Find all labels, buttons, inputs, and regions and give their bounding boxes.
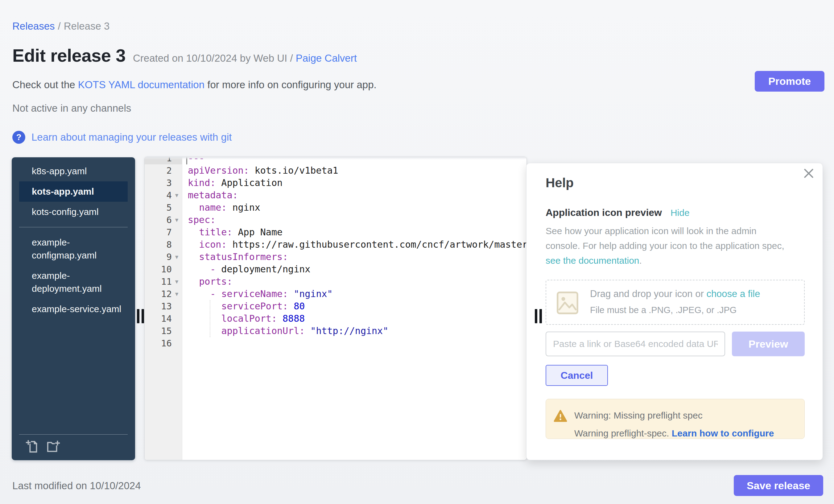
gutter-row: 4▾ [145,189,182,201]
preflight-warning-banner: Warning: Missing preflight spec Warning … [546,399,805,439]
code-line[interactable]: icon: https://raw.githubusercontent.com/… [182,238,526,251]
fold-toggle-icon[interactable]: ▾ [172,216,182,224]
panel-resize-handle-left[interactable] [137,309,144,323]
code-line[interactable]: apiVersion: kots.io/v1beta1 [182,165,526,177]
gutter-row: 8 [145,238,182,251]
line-number: 12 [145,289,172,299]
panel-resize-handle-right[interactable] [535,309,542,323]
line-number: 2 [145,165,172,176]
code-line[interactable]: name: nginx [182,201,526,214]
description-period: . [639,256,642,266]
indent-guide-line [210,300,210,337]
code-line[interactable]: spec: [182,214,526,226]
code-line[interactable]: - serviceName: "nginx" [182,288,526,300]
code-line[interactable]: localPort: 8888 [182,312,526,325]
line-number: 13 [145,301,172,311]
breadcrumb-releases-link[interactable]: Releases [12,20,55,32]
gutter-row: 3 [145,177,182,189]
channel-status-text: Not active in any channels [12,103,131,114]
git-help-row: ? Learn about managing your releases wit… [12,131,232,144]
text-cursor [186,157,187,165]
fold-toggle-icon[interactable]: ▾ [172,192,182,199]
line-number: 4 [145,190,172,200]
line-number: 10 [145,264,172,275]
file-item-example-service.yaml[interactable]: example-service.yaml [19,299,128,319]
add-folder-button[interactable] [46,440,61,454]
sidebar-actions [19,434,128,460]
choose-a-file-link[interactable]: choose a file [706,288,760,299]
line-number: 9 [145,252,172,262]
code-line[interactable]: title: App Name [182,226,526,238]
gutter-row: 14 [145,312,182,325]
promote-button[interactable]: Promote [755,71,825,92]
see-documentation-link[interactable]: see the documentation [546,256,639,266]
code-line[interactable]: servicePort: 80 [182,300,526,312]
line-number: 6 [145,215,172,225]
author-link[interactable]: Paige Calvert [296,52,357,64]
code-line[interactable]: applicationUrl: "http://nginx" [182,325,526,337]
created-text: Created on 10/10/2024 by Web UI / [133,52,293,64]
line-number: 11 [145,276,172,287]
gutter-row: 6▾ [145,214,182,226]
breadcrumb-current: Release 3 [64,20,110,32]
breadcrumb-separator: / [58,20,61,32]
icon-url-row: Preview [546,332,805,356]
add-file-button[interactable] [25,440,40,454]
icon-preview-section-header: Application icon preview Hide [546,207,690,218]
add-folder-icon [46,440,61,454]
help-panel-title: Help [546,176,574,190]
file-item-kots-config.yaml[interactable]: kots-config.yaml [19,202,128,222]
gutter-row: 5 [145,201,182,214]
learn-how-to-configure-link[interactable]: Learn how to configure [672,428,774,438]
gutter-row: 16 [145,337,182,349]
warning-detail: Warning preflight-spec. Learn how to con… [574,428,774,439]
fold-toggle-icon[interactable]: ▾ [172,253,182,261]
save-release-button[interactable]: Save release [734,475,823,496]
close-button[interactable] [803,168,815,179]
line-number: 16 [145,338,172,349]
file-item-example-configmap.yaml[interactable]: example-configmap.yaml [19,232,128,266]
kots-yaml-docs-link[interactable]: KOTS YAML documentation [78,79,204,90]
code-line[interactable]: metadata: [182,189,526,201]
warning-title: Warning: Missing preflight spec [574,410,703,421]
code-line[interactable]: statusInformers: [182,251,526,263]
section-title: Application icon preview [546,207,662,218]
cancel-button[interactable]: Cancel [546,365,608,386]
question-circle-icon: ? [12,131,25,144]
created-info: Created on 10/10/2024 by Web UI / Paige … [133,52,357,64]
code-line[interactable] [182,337,526,349]
icon-url-input[interactable] [546,332,725,356]
code-line[interactable]: kind: Application [182,177,526,189]
breadcrumb: Releases/Release 3 [12,20,109,32]
hide-link[interactable]: Hide [671,207,690,218]
icon-preview-description: See how your application icon will look … [546,224,792,268]
gutter-row: 2 [145,165,182,177]
gutter-row: 15 [145,325,182,337]
fold-toggle-icon[interactable]: ▾ [172,290,182,298]
add-file-icon [25,440,40,454]
preview-button[interactable]: Preview [732,332,805,356]
file-item-k8s-app.yaml[interactable]: k8s-app.yaml [19,161,128,181]
gutter-row: 9▾ [145,251,182,263]
file-group-divider [19,227,128,227]
icon-dropzone[interactable]: Drag and drop your icon or choose a file… [546,280,805,325]
code-line[interactable]: - deployment/nginx [182,263,526,276]
title-row: Edit release 3 Created on 10/10/2024 by … [12,45,357,66]
editor-code-area[interactable]: ---apiVersion: kots.io/v1beta1kind: Appl… [182,157,526,460]
code-line[interactable]: --- [182,157,526,165]
code-line[interactable]: ports: [182,276,526,288]
file-item-example-deployment.yaml[interactable]: example-deployment.yaml [19,266,128,299]
line-number: 1 [145,157,172,163]
line-number: 5 [145,202,172,213]
gutter-row: 7 [145,226,182,238]
yaml-editor[interactable]: 1234▾56▾789▾1011▾12▾13141516 ---apiVersi… [144,157,527,460]
git-releases-link[interactable]: Learn about managing your releases with … [31,131,232,143]
warning-detail-text: Warning preflight-spec. [574,428,672,438]
file-item-kots-app.yaml[interactable]: kots-app.yaml [19,181,128,202]
gutter-row: 1 [145,157,182,165]
edit-release-page: Releases/Release 3 Edit release 3 Create… [0,0,834,504]
dropzone-hint: File must be a .PNG, .JPEG, or .JPG [590,305,737,315]
fold-toggle-icon[interactable]: ▾ [172,278,182,285]
gutter-row: 13 [145,300,182,312]
description-text: See how your application icon will look … [546,226,784,251]
